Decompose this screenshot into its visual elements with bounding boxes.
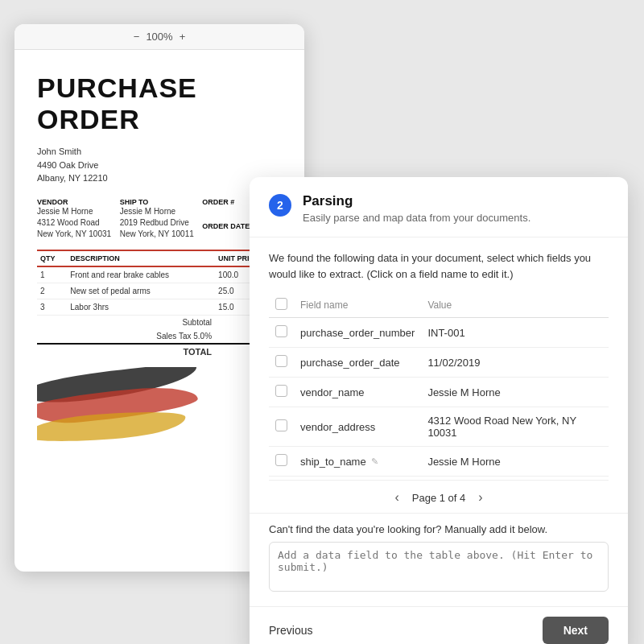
table-row: 1Front and rear brake cables100.0 <box>37 266 282 283</box>
previous-button[interactable]: Previous <box>269 624 312 637</box>
pagination: ‹ Page 1 of 4 › <box>269 480 609 513</box>
zoom-level: 100% <box>146 31 172 43</box>
field-checkbox-1[interactable] <box>275 325 287 337</box>
col-field-name: Field name <box>294 293 421 318</box>
doc-from: John Smith 4490 Oak Drive Albany, NY 122… <box>37 145 282 185</box>
col-desc: Description <box>67 250 215 266</box>
field-name-5[interactable]: ship_to_name ✎ <box>300 456 415 468</box>
field-checkbox-5[interactable] <box>275 454 287 466</box>
field-row-ship-to-name: ship_to_name ✎ Jessie M Horne <box>269 447 609 477</box>
field-row-vendor-address: vendor_address 4312 Wood Road New York, … <box>269 407 609 447</box>
parse-footer: Previous Next <box>250 606 628 644</box>
parse-body: We found the following data in your docu… <box>250 237 628 513</box>
manual-input[interactable] <box>269 542 609 592</box>
col-qty: QTY <box>37 250 67 266</box>
table-row: 2New set of pedal arms25.0 <box>37 283 282 299</box>
zoom-out-icon[interactable]: − <box>134 31 140 43</box>
pagination-next-arrow[interactable]: › <box>475 489 485 506</box>
field-value-2: 11/02/2019 <box>427 357 480 369</box>
field-value-5: Jessie M Horne <box>427 456 500 468</box>
field-name-2[interactable]: purchase_order_date <box>300 357 415 369</box>
manual-label: Can't find the data you're looking for? … <box>269 523 609 535</box>
field-checkbox-3[interactable] <box>275 385 287 397</box>
doc-title: Purchase Order <box>37 72 282 135</box>
select-all-checkbox[interactable] <box>275 298 287 310</box>
pagination-label: Page 1 of 4 <box>412 492 466 504</box>
parsing-panel: 2 Parsing Easily parse and map data from… <box>250 177 628 644</box>
doc-toolbar: − 100% + <box>14 24 304 50</box>
next-button[interactable]: Next <box>543 617 609 644</box>
field-row-purchase-order-date: purchase_order_date 11/02/2019 <box>269 348 609 378</box>
col-value: Value <box>421 293 609 318</box>
parse-header: 2 Parsing Easily parse and map data from… <box>250 177 628 237</box>
manual-section: Can't find the data you're looking for? … <box>250 513 628 606</box>
fields-table: Field name Value purchase_order_number I… <box>269 293 609 477</box>
zoom-in-icon[interactable]: + <box>180 31 186 43</box>
doc-items-table: QTY Description Unit Price 1Front and re… <box>37 250 282 359</box>
field-value-1: INT-001 <box>427 327 464 339</box>
doc-flag <box>37 367 282 464</box>
field-value-4: 4312 Wood Road New York, NY 10031 <box>427 415 576 439</box>
doc-meta: Vendor Jessie M Horne 4312 Wood Road New… <box>37 198 282 240</box>
ship-to-label: Ship To <box>120 198 200 206</box>
edit-field-icon[interactable]: ✎ <box>371 456 378 467</box>
panel-title: Parsing <box>303 193 530 209</box>
field-name-4[interactable]: vendor_address <box>300 421 415 433</box>
field-row-vendor-name: vendor_name Jessie M Horne <box>269 378 609 407</box>
step-badge: 2 <box>269 194 291 217</box>
field-value-3: Jessie M Horne <box>427 386 500 398</box>
parse-intro: We found the following data in your docu… <box>269 250 609 282</box>
pagination-prev-arrow[interactable]: ‹ <box>391 489 402 506</box>
field-name-1[interactable]: purchase_order_number <box>300 327 415 339</box>
field-checkbox-2[interactable] <box>275 355 287 367</box>
panel-subtitle: Easily parse and map data from your docu… <box>303 212 530 224</box>
field-row-purchase-order-number: purchase_order_number INT-001 <box>269 318 609 348</box>
field-name-3[interactable]: vendor_name <box>300 386 415 398</box>
field-checkbox-4[interactable] <box>275 419 287 431</box>
table-row: 3Labor 3hrs15.0 <box>37 299 282 315</box>
vendor-label: Vendor <box>37 198 117 206</box>
